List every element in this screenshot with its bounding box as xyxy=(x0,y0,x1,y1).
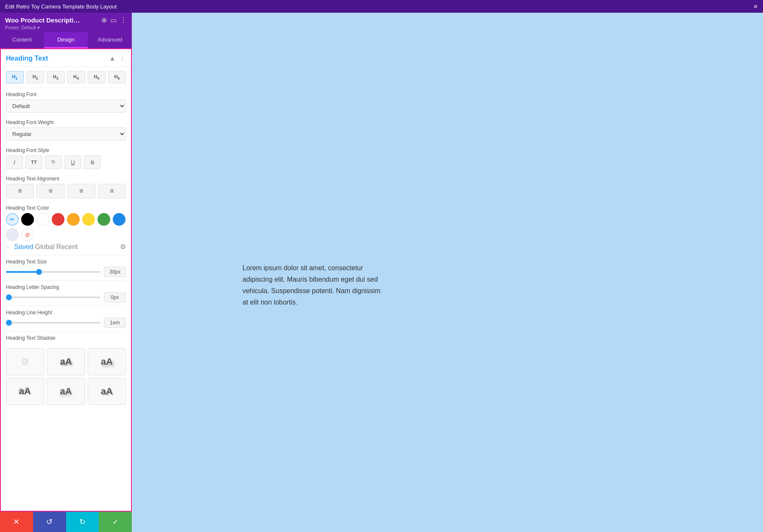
shadow-preview-5: aA xyxy=(101,386,113,397)
layout-icon[interactable]: ▭ xyxy=(110,16,117,24)
heading-spacing-thumb[interactable] xyxy=(6,294,12,300)
color-tab-recent[interactable]: Recent xyxy=(56,243,78,251)
main-layout: Woo Product Description S... ⊕ ▭ ⋮ Prese… xyxy=(0,13,763,532)
save-button[interactable]: ✓ xyxy=(99,512,132,532)
section-header-icons: ▲ ⋮ xyxy=(109,54,126,62)
heading-line-height-group: Heading Line Height 1em xyxy=(1,306,131,331)
color-black[interactable] xyxy=(21,213,34,226)
heading-font-weight-group: Heading Font Weight Regular xyxy=(1,116,131,144)
shadow-preview-2: aA xyxy=(101,356,113,367)
top-bar-close[interactable]: ✕ xyxy=(753,3,758,10)
section-menu-icon[interactable]: ⋮ xyxy=(119,54,126,62)
section-title: Heading Text xyxy=(6,55,48,62)
heading-font-style-label: Heading Font Style xyxy=(6,147,126,153)
heading-size-track[interactable] xyxy=(6,271,100,273)
sidebar-header: Woo Product Description S... ⊕ ▭ ⋮ Prese… xyxy=(0,13,132,32)
shadow-preview-3: aA xyxy=(19,386,31,397)
tab-design[interactable]: Design xyxy=(44,32,88,48)
heading-shadow-group: Heading Text Shadow ⊘ aA aA aA aA aA xyxy=(1,332,131,408)
heading-alignment-group: Heading Text Alignment ≡ ≡ ≡ ≡ xyxy=(1,172,131,202)
heading-spacing-value[interactable]: 0px xyxy=(104,292,126,302)
align-right-button[interactable]: ≡ xyxy=(67,184,95,198)
color-settings-icon[interactable]: ⚙ xyxy=(120,243,126,251)
heading-font-group: Heading Font Default xyxy=(1,88,131,116)
h4-button[interactable]: H4 xyxy=(67,71,85,83)
heading-line-height-thumb[interactable] xyxy=(6,320,12,326)
shadow-presets: ⊘ aA aA aA aA aA xyxy=(1,345,131,408)
align-center-button[interactable]: ≡ xyxy=(36,184,64,198)
h2-button[interactable]: H2 xyxy=(26,71,44,83)
color-white[interactable] xyxy=(36,213,49,226)
sidebar-content-wrapper: Heading Text ▲ ⋮ H1 H2 H3 H4 H5 H6 xyxy=(0,48,132,512)
color-light[interactable] xyxy=(6,228,19,241)
sidebar-header-icons: ⊕ ▭ ⋮ xyxy=(101,16,127,24)
heading-font-weight-label: Heading Font Weight xyxy=(6,119,126,125)
close-button[interactable]: ✕ xyxy=(0,512,33,532)
style-buttons: I TT Tr U S xyxy=(6,155,126,169)
color-none[interactable]: ⊘ xyxy=(21,228,34,241)
uppercase-button[interactable]: TT xyxy=(25,155,42,169)
heading-line-height-track[interactable] xyxy=(6,322,100,324)
preset-label[interactable]: Preset: Default ▾ xyxy=(5,25,127,30)
shadow-none[interactable]: ⊘ xyxy=(6,348,44,375)
heading-size-fill xyxy=(6,271,39,273)
heading-size-value[interactable]: 30px xyxy=(104,267,126,277)
color-blue[interactable] xyxy=(113,213,125,226)
h1-button[interactable]: H1 xyxy=(6,71,24,83)
sidebar-title: Woo Product Description S... xyxy=(5,17,81,24)
heading-font-style-group: Heading Font Style I TT Tr U S xyxy=(1,144,131,172)
heading-spacing-track[interactable] xyxy=(6,296,100,298)
heading-size-label: Heading Text Size xyxy=(6,259,126,265)
save-icon: ✓ xyxy=(112,517,119,526)
bottom-bar: ✕ ↺ ↻ ✓ xyxy=(0,512,132,532)
heading-spacing-slider-row: 0px xyxy=(6,292,126,302)
h3-button[interactable]: H3 xyxy=(47,71,64,83)
color-tab-global[interactable]: Global xyxy=(35,243,55,251)
h5-button[interactable]: H5 xyxy=(88,71,106,83)
shadow-preset-2[interactable]: aA xyxy=(88,348,126,375)
heading-font-weight-select[interactable]: Regular xyxy=(6,127,126,141)
heading-line-height-value[interactable]: 1em xyxy=(104,318,126,328)
tab-advanced[interactable]: Advanced xyxy=(88,32,132,48)
shadow-preset-3[interactable]: aA xyxy=(6,378,44,405)
tab-content[interactable]: Content xyxy=(0,32,44,48)
collapse-icon[interactable]: ▲ xyxy=(109,55,116,62)
heading-size-thumb[interactable] xyxy=(36,269,42,275)
strikethrough-button[interactable]: S xyxy=(84,155,101,169)
heading-line-height-label: Heading Line Height xyxy=(6,310,126,316)
section-header: Heading Text ▲ ⋮ xyxy=(1,49,131,67)
undo-button[interactable]: ↺ xyxy=(33,512,66,532)
capitalize-button[interactable]: Tr xyxy=(45,155,62,169)
color-orange[interactable] xyxy=(67,213,80,226)
heading-font-label: Heading Font xyxy=(6,91,126,97)
color-green[interactable] xyxy=(97,213,110,226)
heading-shadow-label: Heading Text Shadow xyxy=(6,335,126,341)
responsive-icon[interactable]: ⊕ xyxy=(101,16,107,24)
align-left-button[interactable]: ≡ xyxy=(6,184,34,198)
sidebar-tabs: Content Design Advanced xyxy=(0,32,132,48)
shadow-preset-4[interactable]: aA xyxy=(47,378,85,405)
color-red[interactable] xyxy=(52,213,64,226)
more-icon[interactable]: ⋮ xyxy=(120,16,127,24)
underline-button[interactable]: U xyxy=(64,155,81,169)
align-justify-button[interactable]: ≡ xyxy=(98,184,126,198)
italic-button[interactable]: I xyxy=(6,155,23,169)
heading-color-group: Heading Text Color ✏ ⊘ ··· xyxy=(1,202,131,255)
undo-icon: ↺ xyxy=(46,517,53,526)
shadow-preset-5[interactable]: aA xyxy=(88,378,126,405)
heading-color-label: Heading Text Color xyxy=(6,205,126,211)
sidebar-header-top: Woo Product Description S... ⊕ ▭ ⋮ xyxy=(5,16,127,24)
shadow-preset-1[interactable]: aA xyxy=(47,348,85,375)
heading-font-select[interactable]: Default xyxy=(6,100,126,113)
heading-size-slider-row: 30px xyxy=(6,267,126,277)
color-tab-saved[interactable]: Saved xyxy=(14,243,33,251)
color-yellow[interactable] xyxy=(82,213,95,226)
heading-size-group: Heading Text Size 30px xyxy=(1,255,131,280)
color-picker-button[interactable]: ✏ xyxy=(6,213,19,226)
redo-button[interactable]: ↻ xyxy=(66,512,99,532)
close-icon: ✕ xyxy=(13,517,19,526)
top-bar-title: Edit Retro Toy Camera Template Body Layo… xyxy=(5,3,117,10)
align-buttons: ≡ ≡ ≡ ≡ xyxy=(6,184,126,198)
h6-button[interactable]: H6 xyxy=(108,71,126,83)
heading-alignment-label: Heading Text Alignment xyxy=(6,176,126,182)
